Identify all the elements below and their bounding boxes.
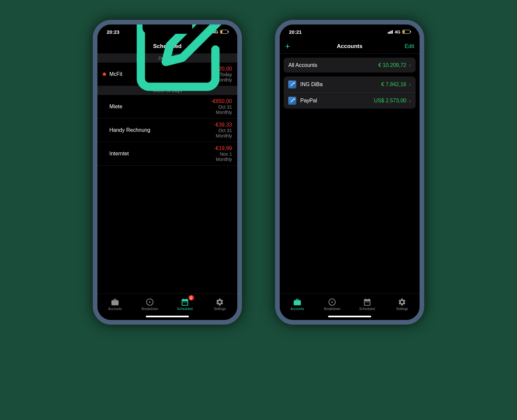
tab-scheduled[interactable]: 1 Scheduled	[167, 294, 202, 315]
accounts-icon	[111, 298, 119, 306]
scheduled-item[interactable]: Handy Rechnung -€39,33 Oct 31 Monthly	[97, 119, 237, 142]
chevron-right-icon: ›	[409, 97, 411, 104]
tab-settings[interactable]: Settings	[385, 294, 420, 315]
account-row[interactable]: PayPal US$ 2.573,00 ›	[284, 93, 416, 109]
account-name: PayPal	[300, 98, 374, 104]
breakdown-icon	[145, 298, 154, 306]
account-amount: € 7.842,16	[381, 81, 406, 87]
tab-label: Accounts	[290, 307, 304, 311]
tab-label: Settings	[214, 307, 226, 311]
tab-accounts[interactable]: Accounts	[280, 294, 315, 315]
tab-badge: 1	[189, 295, 194, 300]
phone-accounts: 20:21 4G + Accounts Edit All Accounts € …	[275, 20, 424, 325]
home-indicator[interactable]	[328, 316, 371, 317]
item-date: Oct 31	[211, 104, 232, 110]
nav-header: Scheduled	[97, 39, 237, 54]
account-name: ING DiBa	[300, 81, 381, 87]
tab-settings[interactable]: Settings	[202, 294, 238, 315]
signal-icon	[388, 30, 393, 34]
item-recurrence: Monthly	[214, 133, 232, 138]
item-amount: -€850,00	[211, 98, 232, 104]
scheduled-item[interactable]: Miete -€850,00 Oct 31 Monthly	[97, 95, 237, 119]
chevron-right-icon: ›	[409, 62, 411, 69]
tab-label: Scheduled	[177, 307, 193, 311]
status-time: 20:21	[289, 29, 302, 35]
tab-label: Breakdown	[324, 307, 340, 311]
item-name: McFit	[109, 71, 122, 77]
battery-icon	[402, 30, 410, 34]
item-date: Oct 31	[214, 128, 232, 133]
add-button[interactable]: +	[285, 41, 290, 51]
phone-scheduled: 20:23 4G Scheduled Due Now	[93, 20, 242, 325]
scheduled-item[interactable]: Interntet -€19,99 Nov 1 Monthly	[97, 142, 237, 166]
tab-breakdown[interactable]: Breakdown	[315, 294, 350, 315]
calendar-icon	[363, 298, 372, 306]
home-indicator[interactable]	[146, 316, 189, 317]
status-time: 20:23	[107, 29, 119, 35]
tab-breakdown[interactable]: Breakdown	[133, 294, 168, 315]
chevron-right-icon: ›	[409, 81, 411, 88]
all-accounts-row[interactable]: All Accounts € 10.209,72 ›	[284, 58, 416, 73]
edit-button[interactable]: Edit	[405, 43, 414, 50]
network-label: 4G	[395, 29, 400, 34]
pencil-icon	[288, 97, 296, 105]
page-title: Accounts	[337, 43, 362, 50]
item-name: Handy Rechnung	[109, 127, 150, 133]
account-name: All Accounts	[288, 62, 378, 68]
account-amount: € 10.209,72	[378, 62, 406, 68]
gear-icon	[398, 298, 406, 306]
pencil-icon	[288, 80, 296, 88]
item-name: Miete	[109, 104, 122, 110]
item-name: Interntet	[109, 151, 129, 157]
tab-label: Breakdown	[142, 307, 158, 311]
due-indicator-icon	[103, 73, 106, 76]
nav-header: + Accounts Edit	[280, 39, 420, 54]
tab-accounts[interactable]: Accounts	[97, 294, 133, 315]
tab-scheduled[interactable]: Scheduled	[350, 294, 385, 315]
notch	[325, 25, 374, 34]
notch	[143, 25, 192, 34]
account-row[interactable]: ING DiBa € 7.842,16 ›	[284, 77, 416, 93]
item-amount: -€19,99	[214, 145, 232, 151]
tab-label: Settings	[396, 307, 408, 311]
accounts-icon	[293, 298, 302, 306]
gear-icon	[215, 298, 224, 306]
tab-label: Accounts	[108, 307, 122, 311]
item-amount: -€39,33	[214, 122, 232, 128]
item-date: Nov 1	[214, 151, 232, 157]
item-recurrence: Monthly	[211, 110, 232, 115]
breakdown-icon	[328, 298, 336, 306]
tab-label: Scheduled	[359, 307, 375, 311]
account-amount: US$ 2.573,00	[374, 98, 406, 104]
compose-icon	[133, 90, 232, 96]
calendar-icon	[181, 298, 189, 306]
item-recurrence: Monthly	[214, 157, 232, 162]
